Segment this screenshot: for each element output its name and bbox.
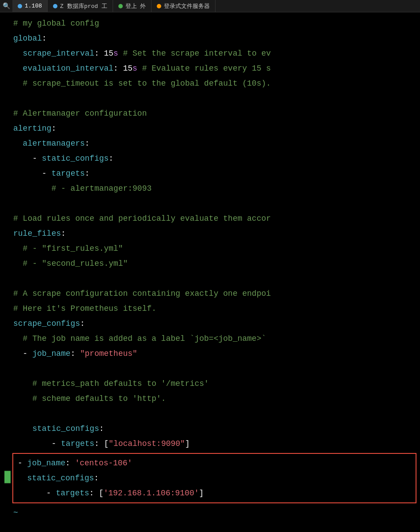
- code-line-blank4: [0, 361, 420, 376]
- code-line-2: global:: [0, 31, 420, 46]
- highlight-line-3: - targets: ['192.168.1.106:9100']: [16, 486, 413, 501]
- code-text-1: # my global config: [13, 16, 99, 31]
- tab-1[interactable]: 1.108: [12, 0, 48, 12]
- tab-3[interactable]: 登上 外: [113, 0, 152, 12]
- tab-2[interactable]: Z 数据库prod 工: [48, 0, 113, 12]
- code-line-16: # A scrape configuration containing exac…: [0, 286, 420, 301]
- highlight-line-2: static_configs:: [16, 471, 413, 486]
- code-line-15: # - "second_rules.yml": [0, 256, 420, 271]
- code-line-23: static_configs:: [0, 421, 420, 436]
- code-line-1: # my global config: [0, 16, 420, 31]
- code-line-11: # - alertmanager:9093: [0, 181, 420, 196]
- code-line-tilde1: ~: [0, 505, 420, 520]
- code-line-13: rule_files:: [0, 226, 420, 241]
- code-line-8: alertmanagers:: [0, 136, 420, 151]
- tab-bar: 🔍 1.108 Z 数据库prod 工 登上 外 登录式文件服务器: [0, 0, 420, 12]
- code-line-9: - static_configs:: [0, 151, 420, 166]
- code-line-22: # scheme defaults to 'http'.: [0, 391, 420, 406]
- green-indicator: [4, 471, 11, 483]
- code-line-19: # The job name is added as a label `job=…: [0, 331, 420, 346]
- tab-label-2: Z 数据库prod 工: [60, 2, 107, 10]
- code-line-blank3: [0, 271, 420, 286]
- code-line-3: scrape_interval: 15s # Set the scrape in…: [0, 46, 420, 61]
- highlight-box: - job_name: 'centos-106' static_configs:…: [12, 453, 416, 503]
- highlight-line-1: - job_name: 'centos-106': [16, 456, 413, 471]
- code-line-blank2: [0, 196, 420, 211]
- search-icon[interactable]: 🔍: [0, 0, 12, 12]
- code-line-21: # metrics_path defaults to '/metrics': [0, 376, 420, 391]
- tab-4[interactable]: 登录式文件服务器: [151, 0, 216, 12]
- code-line-14: # - "first_rules.yml": [0, 241, 420, 256]
- code-line-blank5: [0, 406, 420, 421]
- tab-dot-4: [157, 4, 161, 8]
- tab-dot-2: [53, 4, 57, 8]
- tab-dot-3: [118, 4, 123, 8]
- code-line-17: # Here it's Prometheus itself.: [0, 301, 420, 316]
- code-line-7: alerting:: [0, 121, 420, 136]
- code-line-20: - job_name: "prometheus": [0, 346, 420, 361]
- code-line-18: scrape_configs:: [0, 316, 420, 331]
- code-line-blank6: [0, 520, 420, 532]
- code-line-24: - targets: ["localhost:9090"]: [0, 436, 420, 451]
- code-line-6: # Alertmanager configuration: [0, 106, 420, 121]
- code-line-10: - targets:: [0, 166, 420, 181]
- code-area: # my global config global: scrape_interv…: [0, 12, 420, 532]
- tab-label-1: 1.108: [25, 3, 42, 9]
- code-line-12: # Load rules once and periodically evalu…: [0, 211, 420, 226]
- tab-dot-1: [18, 4, 22, 8]
- code-line-blank1: [0, 91, 420, 106]
- code-text-2: global: [13, 31, 42, 46]
- tab-label-4: 登录式文件服务器: [164, 2, 210, 10]
- code-line-5: # scrape_timeout is set to the global de…: [0, 76, 420, 91]
- code-line-4: evaluation_interval: 15s # Evaluate rule…: [0, 61, 420, 76]
- tab-label-3: 登上 外: [125, 2, 146, 10]
